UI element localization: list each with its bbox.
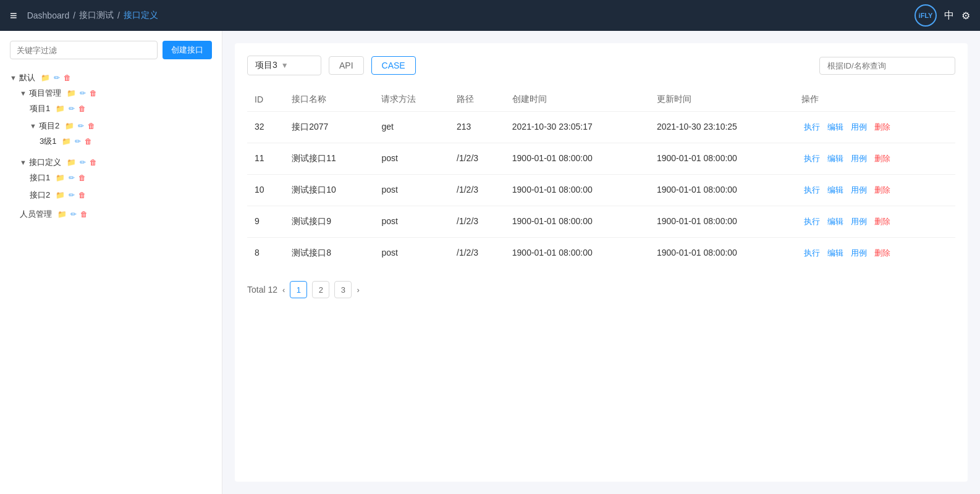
settings-icon[interactable]: ⚙ [961, 10, 970, 22]
tree-edit-icon-project2[interactable]: ✏ [78, 122, 84, 130]
cell-actions-0: 执行 编辑 用例 删除 [794, 112, 955, 143]
tree-folder-icon-interface2[interactable]: 📁 [56, 191, 65, 199]
menu-icon[interactable]: ≡ [10, 9, 17, 23]
tree-item-project-mgmt: ▼ 项目管理 📁 ✏ 🗑 项目1 📁 [20, 85, 212, 154]
tab-case[interactable]: CASE [371, 56, 416, 75]
tree-delete-icon-default[interactable]: 🗑 [64, 73, 71, 82]
tree-label-project-mgmt[interactable]: 项目管理 [29, 88, 61, 99]
action-edit-4[interactable]: 编辑 [827, 248, 843, 257]
tree-edit-icon-staff-mgmt[interactable]: ✏ [70, 210, 77, 219]
action-delete-0[interactable]: 删除 [874, 122, 890, 132]
action-usecase-3[interactable]: 用例 [851, 217, 867, 226]
action-execute-2[interactable]: 执行 [804, 185, 820, 195]
breadcrumb-interface-def[interactable]: 接口定义 [124, 10, 158, 21]
lang-toggle[interactable]: 中 [944, 9, 954, 22]
pagination-next[interactable]: › [357, 285, 359, 295]
action-delete-2[interactable]: 删除 [874, 185, 890, 195]
tree-arrow-project2[interactable]: ▼ [30, 122, 36, 130]
tree-label-staff-mgmt[interactable]: 人员管理 [20, 209, 52, 220]
action-usecase-0[interactable]: 用例 [851, 122, 867, 132]
breadcrumb-interface-test[interactable]: 接口测试 [79, 10, 114, 21]
tree-edit-icon-interface2[interactable]: ✏ [69, 191, 75, 199]
cell-actions-1: 执行 编辑 用例 删除 [794, 143, 955, 175]
tree-folder-icon-interface1[interactable]: 📁 [56, 174, 65, 182]
tree-label-interface2[interactable]: 接口2 [30, 190, 50, 201]
breadcrumb-dashboard[interactable]: Dashboard [27, 10, 70, 20]
tree-label-level3-1[interactable]: 3级1 [40, 136, 56, 147]
action-usecase-4[interactable]: 用例 [851, 248, 867, 257]
pagination-prev[interactable]: ‹ [282, 285, 285, 295]
tree-label-interface-def[interactable]: 接口定义 [29, 157, 61, 168]
action-delete-4[interactable]: 删除 [874, 248, 890, 257]
tree-folder-icon-project-mgmt[interactable]: 📁 [67, 89, 76, 98]
tree-folder-icon-default[interactable]: 📁 [41, 73, 50, 82]
tree-delete-icon-interface1[interactable]: 🗑 [78, 174, 86, 182]
create-interface-button[interactable]: 创建接口 [163, 41, 212, 59]
keyword-filter-input[interactable] [10, 41, 158, 59]
tree-edit-icon-interface-def[interactable]: ✏ [80, 158, 86, 167]
tree-delete-icon-project1[interactable]: 🗑 [78, 104, 86, 113]
tab-api[interactable]: API [329, 56, 364, 75]
main-content: 项目3 ▼ API CASE ID 接口名称 请求方法 路径 创建时间 更新时间 [222, 31, 980, 494]
cell-actions-4: 执行 编辑 用例 删除 [794, 238, 955, 269]
action-edit-3[interactable]: 编辑 [827, 217, 843, 226]
action-delete-1[interactable]: 删除 [874, 154, 890, 163]
tree-delete-icon-interface-def[interactable]: 🗑 [90, 158, 97, 167]
tree-edit-icon-project1[interactable]: ✏ [69, 104, 75, 113]
tree-edit-icon-interface1[interactable]: ✏ [69, 174, 75, 182]
layout: 创建接口 ▼ 默认 📁 ✏ 🗑 ▼ 项目管理 [0, 31, 980, 494]
action-execute-0[interactable]: 执行 [804, 122, 820, 132]
tree-row-interface-def: ▼ 接口定义 📁 ✏ 🗑 [20, 156, 212, 169]
tree-item-default: ▼ 默认 📁 ✏ 🗑 ▼ 项目管理 📁 ✏ 🗑 [10, 69, 212, 225]
tree-folder-icon-project2[interactable]: 📁 [65, 122, 74, 130]
tree-delete-icon-level3-1[interactable]: 🗑 [85, 137, 92, 146]
ifly-logo: iFLY [915, 4, 937, 27]
cell-updated-2: 1900-01-01 08:00:00 [649, 175, 794, 206]
tree-folder-icon-staff-mgmt[interactable]: 📁 [57, 210, 67, 219]
tree-delete-icon-interface2[interactable]: 🗑 [78, 191, 86, 199]
tree-arrow-interface-def[interactable]: ▼ [20, 159, 27, 166]
tree-label-project2[interactable]: 项目2 [39, 120, 59, 132]
tree-label-interface1[interactable]: 接口1 [30, 172, 50, 183]
cell-updated-4: 1900-01-01 08:00:00 [649, 238, 794, 269]
action-usecase-1[interactable]: 用例 [851, 154, 867, 163]
table-row: 11 测试接口11 post /1/2/3 1900-01-01 08:00:0… [247, 143, 955, 175]
project-select[interactable]: 项目3 ▼ [247, 56, 321, 75]
pagination-page-2[interactable]: 2 [312, 281, 329, 298]
tree-folder-icon-level3-1[interactable]: 📁 [62, 137, 71, 146]
table-row: 10 测试接口10 post /1/2/3 1900-01-01 08:00:0… [247, 175, 955, 206]
tree-folder-icon-interface-def[interactable]: 📁 [67, 158, 76, 167]
action-usecase-2[interactable]: 用例 [851, 185, 867, 195]
tree-folder-icon-project1[interactable]: 📁 [56, 104, 65, 113]
pagination-page-1[interactable]: 1 [290, 281, 307, 298]
tree-delete-icon-project2[interactable]: 🗑 [88, 122, 95, 130]
header-right: iFLY 中 ⚙ [915, 4, 970, 27]
tree-edit-icon-default[interactable]: ✏ [54, 73, 60, 82]
action-execute-4[interactable]: 执行 [804, 248, 820, 257]
tree-label-default[interactable]: 默认 [19, 72, 35, 83]
cell-id-1: 11 [247, 143, 284, 175]
action-edit-0[interactable]: 编辑 [827, 122, 843, 132]
action-edit-2[interactable]: 编辑 [827, 185, 843, 195]
cell-method-1: post [374, 143, 449, 175]
tree-edit-icon-project-mgmt[interactable]: ✏ [80, 89, 86, 98]
tree-arrow-default[interactable]: ▼ [10, 74, 17, 82]
tree-delete-icon-project-mgmt[interactable]: 🗑 [90, 89, 97, 98]
tree-arrow-project-mgmt[interactable]: ▼ [20, 90, 27, 97]
tree-children-interface-def: 接口1 📁 ✏ 🗑 接口2 📁 ✏ [20, 169, 212, 204]
action-delete-3[interactable]: 删除 [874, 217, 890, 226]
tree-edit-icon-level3-1[interactable]: ✏ [75, 137, 81, 146]
table-header: ID 接口名称 请求方法 路径 创建时间 更新时间 操作 [247, 88, 955, 112]
table-body: 32 接口2077 get 213 2021-10-30 23:05:17 20… [247, 112, 955, 269]
action-edit-1[interactable]: 编辑 [827, 154, 843, 163]
pagination-page-3[interactable]: 3 [334, 281, 352, 298]
cell-name-2: 测试接口10 [284, 175, 374, 206]
tree-label-project1[interactable]: 项目1 [30, 103, 50, 114]
tree-delete-icon-staff-mgmt[interactable]: 🗑 [80, 210, 88, 219]
cell-created-2: 1900-01-01 08:00:00 [505, 175, 649, 206]
action-execute-1[interactable]: 执行 [804, 154, 820, 163]
action-execute-3[interactable]: 执行 [804, 217, 820, 226]
tree-children-project-mgmt: 项目1 📁 ✏ 🗑 ▼ 项目2 [20, 100, 212, 152]
sidebar: 创建接口 ▼ 默认 📁 ✏ 🗑 ▼ 项目管理 [0, 31, 222, 494]
search-input[interactable] [819, 57, 955, 75]
